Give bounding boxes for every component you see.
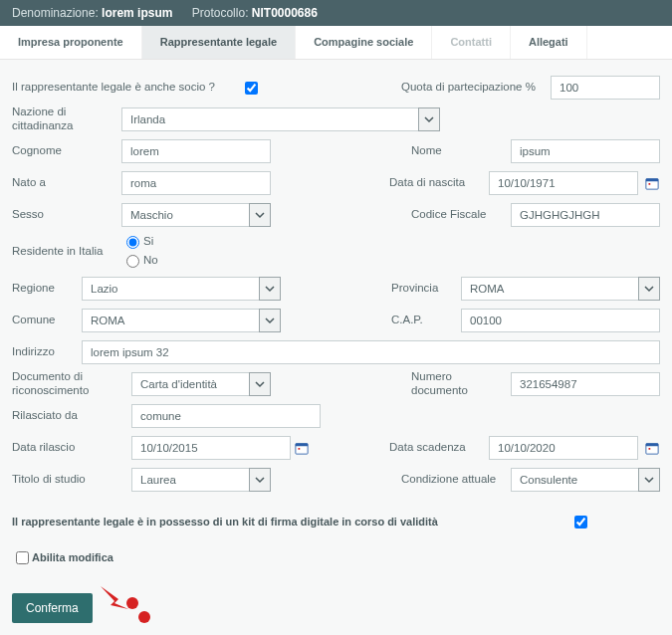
tab-rappresentante-label: Rappresentante legale [160, 36, 277, 48]
svg-rect-1 [646, 179, 658, 182]
datarilascio-label: Data rilascio [12, 441, 131, 455]
datanasc-label: Data di nascita [389, 176, 489, 190]
residente-radio-group: Si No [121, 233, 168, 271]
svg-rect-2 [649, 183, 651, 185]
indirizzo-input[interactable] [82, 340, 660, 364]
cond-label: Condizione attuale [401, 473, 511, 487]
nazione-label: Nazione di cittadinanza [12, 106, 121, 133]
datascad-input[interactable] [489, 436, 638, 460]
form-area: Il rappresentante legale è anche socio ?… [0, 60, 672, 635]
docric-label: Documento di riconoscimento [12, 370, 131, 398]
cognome-label: Cognome [12, 144, 121, 158]
regione-select[interactable] [82, 277, 281, 301]
chevron-down-icon [255, 475, 265, 485]
provincia-select[interactable] [461, 277, 660, 301]
nome-label: Nome [411, 144, 511, 158]
denom-label: Denominazione: [12, 6, 99, 20]
calendar-icon[interactable] [294, 440, 310, 456]
denom-value: lorem ipsum [102, 6, 172, 20]
comune-label: Comune [12, 314, 82, 327]
titolo-dropdown-btn[interactable] [249, 468, 271, 492]
regione-dropdown-btn[interactable] [259, 277, 281, 301]
proto-label: Protocollo: [192, 6, 249, 20]
tab-impresa-label: Impresa proponente [18, 36, 123, 48]
docric-dropdown-btn[interactable] [249, 372, 271, 396]
abilita-checkbox[interactable] [16, 551, 29, 564]
datanasc-input[interactable] [489, 171, 638, 195]
chevron-down-icon [424, 114, 434, 124]
tab-allegati[interactable]: Allegati [511, 26, 587, 59]
svg-point-11 [138, 611, 150, 623]
cognome-input[interactable] [121, 139, 271, 163]
svg-rect-5 [299, 448, 301, 450]
comune-dropdown-btn[interactable] [259, 309, 281, 332]
sesso-label: Sesso [12, 208, 121, 222]
tab-compagine[interactable]: Compagine sociale [296, 26, 432, 59]
conferma-button[interactable]: Conferma [12, 593, 93, 623]
nazione-dropdown-btn[interactable] [418, 107, 440, 131]
residente-si-radio[interactable] [126, 236, 139, 249]
provincia-dropdown-btn[interactable] [638, 277, 660, 301]
svg-rect-8 [649, 448, 651, 450]
firma-question: Il rappresentante legale è in possesso d… [12, 516, 560, 528]
cap-input[interactable] [461, 309, 660, 332]
tab-contatti[interactable]: Contatti [432, 26, 511, 59]
abilita-label: Abilita modifica [32, 551, 113, 563]
svg-marker-9 [101, 586, 128, 609]
chevron-down-icon [255, 379, 265, 389]
cf-input[interactable] [511, 203, 660, 227]
rilasciato-input[interactable] [131, 404, 321, 428]
tab-compagine-label: Compagine sociale [314, 36, 413, 48]
chevron-down-icon [265, 316, 275, 325]
cf-label: Codice Fiscale [411, 208, 511, 222]
si-label: Si [143, 235, 153, 247]
conferma-label: Conferma [26, 601, 79, 615]
tab-impresa[interactable]: Impresa proponente [0, 26, 142, 59]
numdoc-label: Numero documento [411, 370, 511, 398]
rilasciato-label: Rilasciato da [12, 409, 131, 423]
quota-label: Quota di partecipazione % [401, 81, 551, 95]
no-label: No [143, 254, 158, 266]
tab-allegati-label: Allegati [529, 36, 568, 48]
numdoc-input[interactable] [511, 372, 660, 396]
tab-rappresentante[interactable]: Rappresentante legale [142, 26, 296, 59]
residente-no-radio[interactable] [126, 255, 139, 268]
nazione-select[interactable] [121, 107, 440, 131]
tab-contatti-label: Contatti [450, 36, 492, 48]
calendar-icon[interactable] [644, 175, 660, 191]
annotation-arrow [101, 581, 160, 634]
natoa-label: Nato a [12, 176, 121, 190]
residente-label: Residente in Italia [12, 245, 121, 259]
quota-input[interactable] [551, 76, 660, 100]
provincia-label: Provincia [391, 282, 461, 296]
cond-dropdown-btn[interactable] [638, 468, 660, 492]
svg-rect-7 [646, 444, 658, 447]
firma-checkbox[interactable] [574, 516, 587, 529]
svg-rect-4 [296, 444, 308, 447]
titolo-label: Titolo di studio [12, 473, 131, 487]
calendar-icon[interactable] [644, 440, 660, 456]
socio-question: Il rappresentante legale è anche socio ? [12, 81, 231, 95]
page-header: Denominazione: lorem ipsum Protocollo: N… [0, 0, 672, 26]
abilita-modifica-toggle[interactable]: Abilita modifica [12, 548, 113, 567]
chevron-down-icon [255, 210, 265, 220]
chevron-down-icon [644, 475, 654, 485]
proto-value: NIT0000686 [252, 6, 318, 20]
regione-label: Regione [12, 282, 82, 296]
indirizzo-label: Indirizzo [12, 345, 82, 359]
tab-bar: Impresa proponente Rappresentante legale… [0, 26, 672, 60]
cap-label: C.A.P. [391, 314, 461, 327]
sesso-dropdown-btn[interactable] [249, 203, 271, 227]
socio-checkbox[interactable] [245, 82, 258, 95]
chevron-down-icon [265, 284, 275, 294]
chevron-down-icon [644, 284, 654, 294]
svg-point-10 [126, 597, 138, 609]
datarilascio-input[interactable] [131, 436, 291, 460]
comune-select[interactable] [82, 309, 281, 332]
natoa-input[interactable] [121, 171, 271, 195]
nome-input[interactable] [511, 139, 660, 163]
datascad-label: Data scadenza [389, 441, 489, 455]
